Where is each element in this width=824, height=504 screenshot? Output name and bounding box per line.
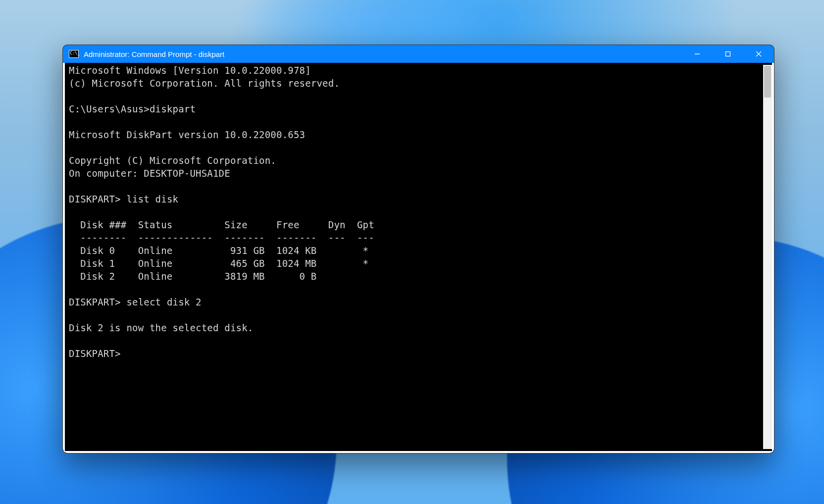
close-button[interactable] <box>743 45 774 63</box>
banner-line: Microsoft Windows [Version 10.0.22000.97… <box>69 65 311 76</box>
svg-rect-0 <box>726 52 730 56</box>
window-title: Administrator: Command Prompt - diskpart <box>84 50 224 58</box>
table-row: Disk 0 Online 931 GB 1024 KB * <box>69 245 368 256</box>
diskpart-prompt: DISKPART> <box>69 194 121 204</box>
typed-command: select disk 2 <box>126 297 201 307</box>
shell-prompt: C:\Users\Asus> <box>69 103 150 114</box>
titlebar[interactable]: Administrator: Command Prompt - diskpart <box>63 45 774 63</box>
table-row: Disk 1 Online 465 GB 1024 MB * <box>69 258 368 269</box>
status-message: Disk 2 is now the selected disk. <box>69 322 253 333</box>
diskpart-prompt: DISKPART> <box>69 297 121 307</box>
typed-command: list disk <box>126 194 178 204</box>
client-area: Microsoft Windows [Version 10.0.22000.97… <box>63 63 774 453</box>
table-divider: -------- ------------- ------- ------- -… <box>69 232 374 243</box>
diskpart-banner: Microsoft DiskPart version 10.0.22000.65… <box>69 129 305 140</box>
cmd-icon <box>69 50 79 58</box>
scrollbar-thumb[interactable] <box>764 66 771 98</box>
vertical-scrollbar[interactable] <box>763 65 772 449</box>
banner-line: (c) Microsoft Corporation. All rights re… <box>69 78 340 89</box>
diskpart-copyright: Copyright (C) Microsoft Corporation. <box>69 155 276 166</box>
diskpart-prompt: DISKPART> <box>69 348 121 359</box>
maximize-button[interactable] <box>713 45 743 63</box>
diskpart-computer: On computer: DESKTOP-UHSA1DE <box>69 168 230 179</box>
table-row: Disk 2 Online 3819 MB 0 B <box>69 271 316 282</box>
terminal-output[interactable]: Microsoft Windows [Version 10.0.22000.97… <box>67 63 761 451</box>
command-prompt-window: Administrator: Command Prompt - diskpart… <box>62 45 774 454</box>
table-header: Disk ### Status Size Free Dyn Gpt <box>69 219 374 230</box>
typed-command: diskpart <box>150 103 196 114</box>
minimize-button[interactable] <box>682 45 713 63</box>
